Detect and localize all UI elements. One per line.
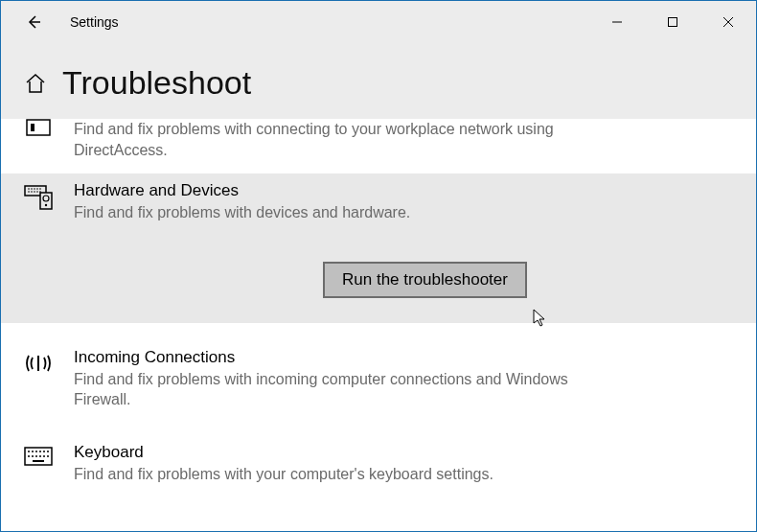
window-controls (589, 1, 756, 43)
item-title: Hardware and Devices (74, 181, 572, 200)
svg-point-19 (32, 451, 34, 452)
svg-point-29 (47, 455, 49, 457)
item-body: Incoming Connections Find and fix proble… (74, 348, 572, 410)
item-desc: Find and fix problems with devices and h… (74, 202, 572, 223)
svg-point-24 (28, 455, 30, 457)
item-desc: Find and fix problems with your computer… (74, 464, 572, 485)
directaccess-icon (24, 119, 53, 138)
minimize-button[interactable] (589, 1, 645, 43)
svg-point-18 (28, 451, 30, 452)
svg-point-11 (34, 191, 35, 193)
app-title: Settings (70, 14, 119, 30)
svg-point-23 (47, 451, 49, 452)
item-title: Incoming Connections (74, 348, 572, 367)
close-icon (723, 16, 734, 28)
svg-point-22 (43, 451, 45, 452)
maximize-button[interactable] (645, 1, 700, 43)
svg-point-25 (32, 455, 34, 457)
svg-point-9 (28, 191, 30, 193)
svg-point-8 (39, 188, 41, 190)
svg-point-10 (31, 191, 33, 193)
back-button[interactable] (20, 9, 47, 35)
troubleshoot-item-keyboard[interactable]: Keyboard Find and fix problems with your… (1, 424, 756, 498)
svg-rect-2 (31, 124, 34, 131)
content-area: Find and fix problems with connecting to… (1, 119, 756, 531)
incoming-connections-icon (24, 352, 53, 375)
item-desc: Find and fix problems with connecting to… (74, 119, 572, 160)
item-body: Find and fix problems with connecting to… (74, 119, 572, 160)
keyboard-icon (24, 447, 53, 466)
item-body: Hardware and Devices Find and fix proble… (74, 181, 572, 298)
item-desc: Find and fix problems with incoming comp… (74, 369, 572, 410)
arrow-left-icon (25, 13, 42, 31)
svg-point-20 (35, 451, 37, 452)
svg-point-28 (43, 455, 45, 457)
settings-window: Settings (0, 0, 757, 532)
hardware-devices-icon (24, 185, 53, 210)
item-title: Keyboard (74, 443, 572, 462)
minimize-icon (611, 16, 623, 28)
run-troubleshooter-button[interactable]: Run the troubleshooter (323, 262, 527, 298)
svg-rect-0 (669, 18, 677, 27)
troubleshoot-item-directaccess[interactable]: Find and fix problems with connecting to… (1, 119, 756, 173)
svg-point-12 (36, 191, 38, 193)
svg-point-6 (34, 188, 35, 190)
page-title: Troubleshoot (62, 64, 251, 102)
close-button[interactable] (700, 1, 756, 43)
troubleshoot-item-incoming[interactable]: Incoming Connections Find and fix proble… (1, 323, 756, 424)
maximize-icon (667, 16, 678, 28)
svg-point-16 (45, 204, 47, 206)
item-body: Keyboard Find and fix problems with your… (74, 443, 572, 485)
svg-point-21 (39, 451, 41, 452)
titlebar: Settings (1, 1, 756, 43)
page-header: Troubleshoot (1, 43, 756, 119)
svg-point-5 (31, 188, 33, 190)
svg-rect-1 (27, 120, 50, 135)
troubleshoot-item-hardware[interactable]: Hardware and Devices Find and fix proble… (1, 173, 756, 323)
svg-rect-30 (33, 460, 44, 462)
svg-point-7 (36, 188, 38, 190)
svg-point-4 (28, 188, 30, 190)
home-icon[interactable] (24, 72, 47, 99)
svg-point-27 (39, 455, 41, 457)
svg-point-26 (35, 455, 37, 457)
